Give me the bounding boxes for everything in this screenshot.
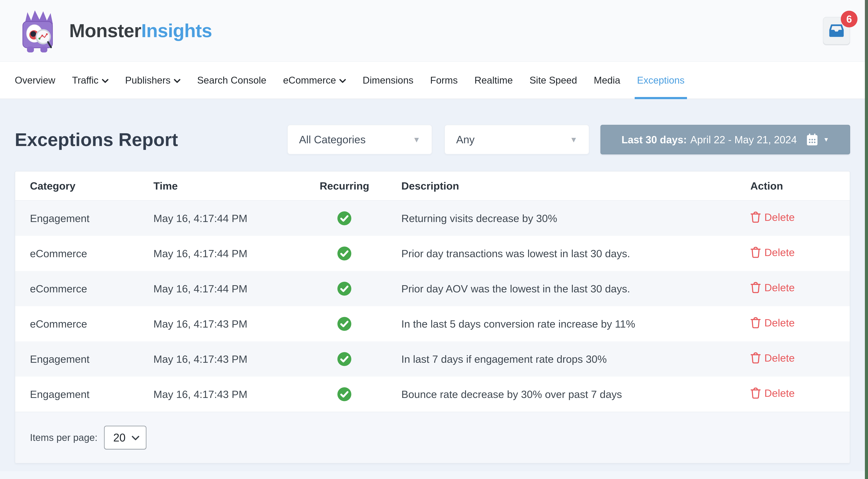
recurring-check-icon bbox=[337, 281, 352, 296]
delete-label: Delete bbox=[764, 246, 795, 258]
screen: MonsterInsights 6 Overview Traffic Publi… bbox=[0, 0, 868, 479]
col-header-action: Action bbox=[750, 180, 850, 192]
col-header-time: Time bbox=[153, 180, 320, 192]
tab-publishers[interactable]: Publishers bbox=[125, 62, 181, 99]
cell-time: May 16, 4:17:43 PM bbox=[153, 353, 320, 365]
trash-icon bbox=[750, 247, 761, 258]
category-filter-select[interactable]: All Categories ▼ bbox=[287, 125, 432, 154]
caret-down-icon: ▼ bbox=[823, 136, 829, 143]
report-nav: Overview Traffic Publishers Search Conso… bbox=[0, 62, 865, 99]
tab-ecommerce[interactable]: eCommerce bbox=[283, 62, 346, 99]
tab-label: Media bbox=[594, 75, 620, 86]
table-row: eCommerce May 16, 4:17:44 PM Prior day t… bbox=[15, 236, 850, 271]
table-row: Engagement May 16, 4:17:43 PM In last 7 … bbox=[15, 341, 850, 377]
category-filter-value: All Categories bbox=[299, 133, 366, 146]
chevron-down-icon bbox=[339, 79, 346, 83]
page-title: Exceptions Report bbox=[15, 129, 178, 150]
tab-label: eCommerce bbox=[283, 75, 336, 86]
col-header-category: Category bbox=[30, 180, 153, 192]
delete-button[interactable]: Delete bbox=[750, 387, 795, 399]
tab-overview[interactable]: Overview bbox=[15, 62, 55, 99]
tab-label: Dimensions bbox=[363, 75, 413, 86]
delete-button[interactable]: Delete bbox=[750, 317, 795, 329]
cell-time: May 16, 4:17:44 PM bbox=[153, 212, 320, 224]
app-header: MonsterInsights 6 bbox=[0, 0, 865, 62]
trash-icon bbox=[750, 352, 761, 364]
cell-description: In the last 5 days conversion rate incre… bbox=[401, 318, 750, 330]
notifications-button[interactable]: 6 bbox=[823, 17, 850, 44]
tab-realtime[interactable]: Realtime bbox=[474, 62, 513, 99]
cell-description: Bounce rate decrease by 30% over past 7 … bbox=[401, 388, 750, 400]
tab-label: Forms bbox=[430, 75, 458, 86]
date-range-label: Last 30 days: bbox=[621, 134, 687, 146]
chevron-down-icon bbox=[174, 79, 181, 83]
monster-mascot-icon bbox=[16, 8, 63, 54]
caret-down-icon: ▼ bbox=[570, 135, 578, 144]
tab-exceptions[interactable]: Exceptions bbox=[637, 62, 685, 99]
chevron-down-icon bbox=[131, 436, 140, 441]
exceptions-table: Category Time Recurring Description Acti… bbox=[15, 171, 850, 464]
brand-wordmark: MonsterInsights bbox=[69, 20, 212, 42]
delete-label: Delete bbox=[764, 387, 795, 399]
tab-label: Realtime bbox=[474, 75, 513, 86]
brand-part2: Insights bbox=[141, 20, 212, 41]
tab-traffic[interactable]: Traffic bbox=[72, 62, 108, 99]
items-per-page-label: Items per page: bbox=[30, 432, 97, 443]
tab-forms[interactable]: Forms bbox=[430, 62, 458, 99]
recurring-check-icon bbox=[337, 246, 352, 261]
recurring-check-icon bbox=[337, 316, 352, 331]
trash-icon bbox=[750, 317, 761, 328]
cell-category: eCommerce bbox=[30, 283, 153, 295]
cell-description: Prior day AOV was the lowest in the last… bbox=[401, 283, 750, 295]
recurring-check-icon bbox=[337, 351, 352, 366]
controls-row: Exceptions Report All Categories ▼ Any ▼… bbox=[15, 125, 850, 154]
trash-icon bbox=[750, 211, 761, 223]
delete-button[interactable]: Delete bbox=[750, 246, 795, 258]
tab-media[interactable]: Media bbox=[594, 62, 620, 99]
cell-category: eCommerce bbox=[30, 318, 153, 330]
cell-category: Engagement bbox=[30, 388, 153, 400]
tab-site-speed[interactable]: Site Speed bbox=[529, 62, 577, 99]
page-bottom-strip bbox=[0, 471, 865, 479]
table-row: Engagement May 16, 4:17:44 PM Returning … bbox=[15, 201, 850, 236]
cell-description: Prior day transactions was lowest in las… bbox=[401, 248, 750, 259]
date-range-button[interactable]: Last 30 days: April 22 - May 21, 2024 ▼ bbox=[600, 125, 850, 154]
delete-label: Delete bbox=[764, 317, 795, 329]
recurring-check-icon bbox=[337, 211, 352, 226]
cell-description: In last 7 days if engagement rate drops … bbox=[401, 353, 750, 365]
delete-button[interactable]: Delete bbox=[750, 352, 795, 364]
condition-filter-value: Any bbox=[456, 133, 475, 146]
table-footer: Items per page: 20 bbox=[15, 412, 850, 463]
table-header-row: Category Time Recurring Description Acti… bbox=[15, 171, 850, 201]
caret-down-icon: ▼ bbox=[413, 135, 421, 144]
cell-time: May 16, 4:17:43 PM bbox=[153, 318, 320, 330]
delete-label: Delete bbox=[764, 282, 795, 293]
condition-filter-select[interactable]: Any ▼ bbox=[444, 125, 589, 154]
tab-dimensions[interactable]: Dimensions bbox=[363, 62, 413, 99]
table-row: eCommerce May 16, 4:17:43 PM In the last… bbox=[15, 306, 850, 341]
delete-button[interactable]: Delete bbox=[750, 211, 795, 223]
cell-time: May 16, 4:17:43 PM bbox=[153, 388, 320, 400]
delete-button[interactable]: Delete bbox=[750, 282, 795, 293]
notification-badge: 6 bbox=[841, 11, 858, 27]
brand-part1: Monster bbox=[69, 20, 141, 41]
tab-search-console[interactable]: Search Console bbox=[197, 62, 267, 99]
tab-label: Search Console bbox=[197, 75, 267, 86]
delete-label: Delete bbox=[764, 352, 795, 364]
items-per-page-value: 20 bbox=[113, 431, 125, 444]
cell-time: May 16, 4:17:44 PM bbox=[153, 248, 320, 259]
delete-label: Delete bbox=[764, 211, 795, 223]
cell-category: Engagement bbox=[30, 353, 153, 365]
cell-description: Returning visits decrease by 30% bbox=[401, 212, 750, 224]
trash-icon bbox=[750, 282, 761, 293]
cell-category: eCommerce bbox=[30, 248, 153, 259]
tab-label: Traffic bbox=[72, 75, 98, 86]
recurring-check-icon bbox=[337, 387, 352, 402]
calendar-icon bbox=[806, 133, 818, 146]
app-window: MonsterInsights 6 Overview Traffic Publi… bbox=[0, 0, 865, 479]
trash-icon bbox=[750, 387, 761, 399]
cell-time: May 16, 4:17:44 PM bbox=[153, 283, 320, 295]
tab-label: Exceptions bbox=[637, 75, 685, 86]
items-per-page-select[interactable]: 20 bbox=[104, 426, 147, 449]
col-header-recurring: Recurring bbox=[320, 180, 401, 192]
